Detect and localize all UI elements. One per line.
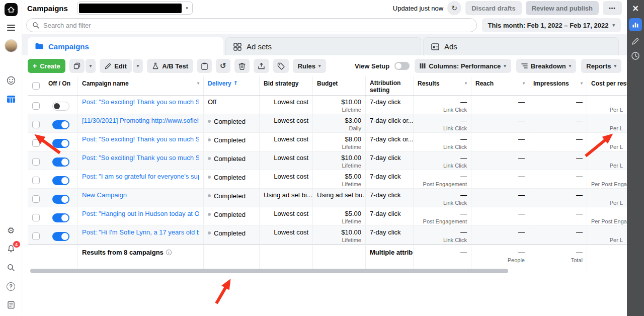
export-button[interactable] [254, 59, 269, 73]
results-value: — [418, 191, 467, 199]
billing-button[interactable] [5, 299, 18, 311]
row-checkbox[interactable] [32, 195, 40, 203]
clipboard-button[interactable] [197, 59, 212, 73]
row-checkbox[interactable] [32, 158, 40, 166]
row-checkbox[interactable] [32, 177, 40, 184]
table-row[interactable]: Post: "So exciting! Thank you so much Sp… [28, 96, 627, 114]
table-row[interactable]: Post: "So exciting! Thank you so much Sp… [28, 133, 627, 151]
campaign-name-link[interactable]: Post: "So exciting! Thank you so much Sp… [82, 98, 199, 106]
campaign-name-link[interactable]: [11/30/2021] Promoting http://www.sofiel… [82, 117, 199, 124]
table-row[interactable]: Post: "I am so grateful for everyone's s… [28, 170, 627, 189]
column-header-reach[interactable]: Reach▾ [471, 76, 529, 95]
campaign-on-off-toggle[interactable] [52, 157, 69, 167]
breakdown-button[interactable]: Breakdown ▾ [516, 59, 577, 73]
account-selector[interactable]: ▾ [77, 2, 193, 15]
row-checkbox[interactable] [32, 121, 40, 128]
more-icon: ••• [609, 6, 616, 11]
ab-test-button[interactable]: A/B Test [147, 59, 193, 73]
delivery-status: Off [208, 98, 216, 106]
settings-button[interactable]: ⚙ [5, 224, 18, 236]
campaigns-panel: + Create ▾ Edit ▾ [22, 55, 627, 316]
campaign-name-link[interactable]: Post: "So exciting! Thank you so much Sp… [82, 154, 199, 162]
tab-ad-sets[interactable]: Ad sets [225, 37, 421, 55]
export-icon [258, 62, 265, 70]
info-icon[interactable]: ⓘ [166, 249, 172, 256]
table-row[interactable]: Post: "So exciting! Thank you so much Sp… [28, 151, 627, 170]
duplicate-button[interactable] [69, 59, 85, 73]
menu-button[interactable] [7, 23, 15, 33]
column-header-bid-strategy[interactable]: Bid strategy [260, 76, 313, 95]
campaign-on-off-toggle[interactable] [52, 120, 69, 129]
campaign-on-off-toggle[interactable] [52, 102, 69, 111]
impressions-value: — [533, 154, 583, 162]
campaigns-table: Off / On Campaign name▾ Delivery↑ Bid st… [28, 76, 627, 271]
campaign-on-off-toggle[interactable] [52, 176, 69, 185]
edit-dropdown-button[interactable]: ▾ [133, 59, 143, 73]
view-setup-toggle[interactable] [394, 62, 410, 70]
table-header-row: Off / On Campaign name▾ Delivery↑ Bid st… [28, 76, 627, 96]
campaign-name-link[interactable]: Post: "I am so grateful for everyone's s… [82, 173, 199, 180]
account-overview-button[interactable] [5, 74, 18, 87]
row-checkbox[interactable] [32, 214, 40, 221]
horizontal-scrollbar[interactable] [30, 269, 508, 273]
column-header-budget[interactable]: Budget [313, 76, 366, 95]
campaign-on-off-toggle[interactable] [52, 195, 69, 204]
close-icon[interactable]: × [632, 4, 639, 12]
columns-button[interactable]: Columns: Performance ▾ [415, 59, 511, 73]
user-avatar[interactable] [5, 39, 18, 52]
reports-button[interactable]: Reports ▾ [581, 59, 621, 73]
create-button[interactable]: + Create [28, 59, 65, 73]
column-header-impressions[interactable]: Impressions▾ [529, 76, 587, 95]
table-row[interactable]: Post: "Hanging out in Hudson today at Oh… [28, 207, 627, 226]
search-input[interactable] [43, 22, 471, 29]
reach-value: — [475, 135, 525, 143]
home-button[interactable] [5, 3, 18, 16]
table-row[interactable]: Post: "Hi I'm Sofie Lynn, a 17 years old… [28, 226, 627, 245]
bid-strategy-value: Lowest cost [274, 228, 308, 236]
campaign-on-off-toggle[interactable] [52, 213, 69, 222]
tab-ads[interactable]: Ads [423, 37, 619, 55]
history-panel-button[interactable] [631, 51, 640, 60]
results-type: Post Engagement [418, 181, 467, 188]
table-row[interactable]: [11/30/2021] Promoting http://www.sofiel… [28, 114, 627, 133]
tab-campaigns[interactable]: Campaigns [28, 37, 223, 55]
sidebar-search-button[interactable] [5, 262, 18, 274]
column-header-cost-per-result[interactable]: Cost per resu... [587, 76, 627, 95]
notifications-button[interactable]: 4 [5, 243, 18, 255]
rules-button[interactable]: Rules ▾ [293, 59, 326, 73]
delete-button[interactable] [234, 59, 250, 73]
campaign-name-link[interactable]: Post: "Hi I'm Sofie Lynn, a 17 years old… [82, 228, 199, 236]
tag-button[interactable] [273, 59, 289, 73]
campaign-name-link[interactable]: Post: "So exciting! Thank you so much Sp… [82, 135, 199, 143]
edit-button[interactable]: Edit [100, 59, 132, 73]
table-row[interactable]: New Campaign Completed Using ad set bi..… [28, 189, 627, 207]
charts-panel-button[interactable] [629, 18, 642, 31]
rules-label: Rules [298, 62, 315, 70]
ab-test-label: A/B Test [162, 62, 188, 70]
search-filter-bar[interactable] [26, 18, 477, 32]
results-type: Post Engagement [418, 218, 467, 225]
campaign-on-off-toggle[interactable] [52, 139, 69, 148]
column-header-results[interactable]: Results▾ [414, 76, 471, 95]
more-options-button[interactable]: ••• [603, 1, 622, 15]
undo-button[interactable]: ↺ [216, 59, 230, 73]
help-button[interactable]: ? [5, 280, 18, 292]
date-range-selector[interactable]: This month: Feb 1, 2022 – Feb 17, 2022 ▾ [482, 18, 621, 32]
campaign-name-link[interactable]: Post: "Hanging out in Hudson today at Oh… [82, 210, 199, 217]
edit-panel-button[interactable] [631, 37, 639, 45]
campaign-name-link[interactable]: New Campaign [82, 191, 199, 199]
review-and-publish-button[interactable]: Review and publish [526, 1, 599, 15]
refresh-button[interactable]: ↻ [447, 1, 461, 15]
campaigns-nav-button[interactable] [5, 93, 18, 105]
duplicate-dropdown-button[interactable]: ▾ [86, 59, 96, 73]
results-type: Link Click [418, 163, 467, 169]
row-checkbox[interactable] [32, 232, 40, 240]
column-header-campaign-name[interactable]: Campaign name▾ [78, 76, 204, 95]
row-checkbox[interactable] [32, 102, 40, 110]
column-header-attribution[interactable]: Attribution setting [366, 76, 414, 95]
column-header-delivery[interactable]: Delivery↑ [204, 76, 260, 95]
select-all-checkbox[interactable] [32, 82, 40, 90]
row-checkbox[interactable] [32, 139, 40, 147]
campaign-on-off-toggle[interactable] [52, 232, 69, 241]
discard-drafts-button[interactable]: Discard drafts [465, 1, 521, 15]
